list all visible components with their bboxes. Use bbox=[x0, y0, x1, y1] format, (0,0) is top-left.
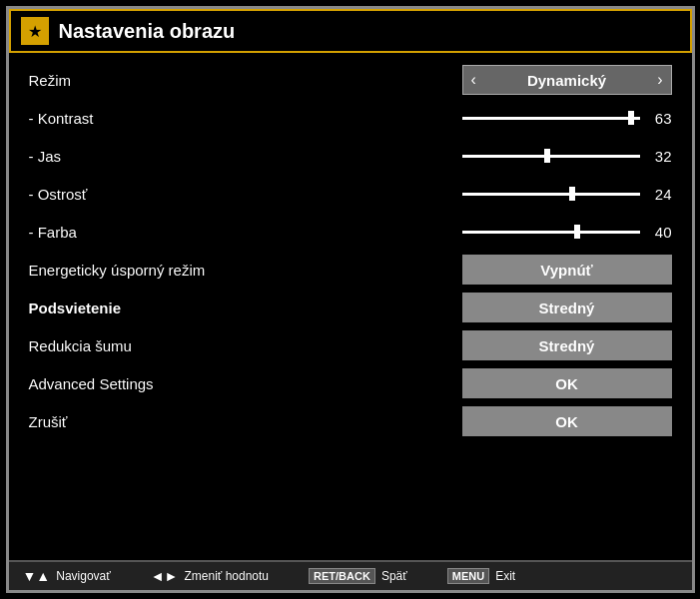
footer-back-label: Späť bbox=[381, 569, 407, 583]
label-advanced: Advanced Settings bbox=[29, 375, 269, 392]
control-farba: 40 bbox=[452, 224, 672, 241]
label-jas: - Jas bbox=[29, 148, 269, 165]
slider-track[interactable] bbox=[462, 193, 640, 196]
footer-back-key: RET/BACK bbox=[309, 568, 375, 584]
slider-farba[interactable]: 40 bbox=[462, 224, 672, 241]
slider-track[interactable] bbox=[462, 155, 640, 158]
label-kontrast: - Kontrast bbox=[29, 110, 269, 127]
title-bar: ★ Nastavenia obrazu bbox=[9, 9, 692, 53]
footer-back-group: RET/BACK Späť bbox=[309, 568, 407, 584]
label-rezim: Režim bbox=[29, 72, 269, 89]
slider-ostrost[interactable]: 24 bbox=[462, 186, 672, 203]
label-ostrost: - Ostrosť bbox=[29, 186, 269, 203]
control-ostrost: 24 bbox=[452, 186, 672, 203]
row-farba: - Farba 40 bbox=[29, 213, 672, 251]
btn-zrusit[interactable]: OK bbox=[462, 406, 672, 436]
btn-podsvietenie[interactable]: Stredný bbox=[462, 293, 672, 322]
btn-advanced[interactable]: OK bbox=[462, 368, 672, 398]
slider-value: 40 bbox=[648, 224, 672, 241]
slider-thumb[interactable] bbox=[544, 149, 550, 163]
slider-value: 24 bbox=[648, 186, 672, 203]
footer-menu-label: Exit bbox=[495, 569, 515, 583]
control-redukcia[interactable]: Stredný bbox=[452, 330, 672, 360]
control-advanced[interactable]: OK bbox=[452, 368, 672, 398]
control-rezim[interactable]: ‹ Dynamický › bbox=[452, 65, 672, 95]
control-kontrast: 63 bbox=[452, 110, 672, 127]
row-kontrast: - Kontrast 63 bbox=[29, 99, 672, 137]
control-energy[interactable]: Vypnúť bbox=[452, 255, 672, 285]
screen: ★ Nastavenia obrazu Režim ‹ Dynamický › … bbox=[6, 6, 695, 593]
label-zrusit: Zrušiť bbox=[29, 413, 269, 430]
row-redukcia: Redukcia šumuStredný bbox=[29, 326, 672, 364]
nav-arrows-icon: ▼▲ bbox=[23, 568, 51, 584]
slider-thumb[interactable] bbox=[574, 225, 580, 239]
mode-value: Dynamický bbox=[527, 72, 606, 89]
footer-nav-label: Navigovať bbox=[56, 569, 111, 583]
settings-content: Režim ‹ Dynamický › - Kontrast 63 - Jas … bbox=[9, 53, 692, 560]
row-rezim: Režim ‹ Dynamický › bbox=[29, 61, 672, 99]
footer-change-group: ◄► Zmeniť hodnotu bbox=[151, 568, 269, 584]
slider-track[interactable] bbox=[462, 231, 640, 234]
footer-menu-key: MENU bbox=[447, 568, 489, 584]
footer-nav-group: ▼▲ Navigovať bbox=[23, 568, 111, 584]
control-jas: 32 bbox=[452, 148, 672, 165]
control-zrusit[interactable]: OK bbox=[452, 406, 672, 436]
row-ostrost: - Ostrosť 24 bbox=[29, 175, 672, 213]
label-farba: - Farba bbox=[29, 224, 269, 241]
btn-energy[interactable]: Vypnúť bbox=[462, 255, 672, 285]
slider-jas[interactable]: 32 bbox=[462, 148, 672, 165]
slider-thumb[interactable] bbox=[569, 187, 575, 201]
title-icon: ★ bbox=[21, 17, 49, 45]
label-podsvietenie: Podsvietenie bbox=[29, 300, 269, 316]
slider-value: 63 bbox=[648, 110, 672, 127]
mode-prev-arrow[interactable]: ‹ bbox=[471, 71, 476, 89]
slider-thumb[interactable] bbox=[628, 111, 634, 125]
mode-next-arrow[interactable]: › bbox=[657, 71, 662, 89]
slider-kontrast[interactable]: 63 bbox=[462, 110, 672, 127]
control-podsvietenie[interactable]: Stredný bbox=[452, 293, 672, 322]
label-redukcia: Redukcia šumu bbox=[29, 337, 269, 354]
change-arrows-icon: ◄► bbox=[151, 568, 179, 584]
row-energy: Energeticky úsporný režimVypnúť bbox=[29, 251, 672, 289]
footer-change-keys: ◄► bbox=[151, 568, 179, 584]
slider-value: 32 bbox=[648, 148, 672, 165]
row-zrusit: ZrušiťOK bbox=[29, 402, 672, 440]
row-advanced: Advanced SettingsOK bbox=[29, 364, 672, 402]
footer: ▼▲ Navigovať ◄► Zmeniť hodnotu RET/BACK … bbox=[9, 560, 692, 590]
mode-selector[interactable]: ‹ Dynamický › bbox=[462, 65, 672, 95]
btn-redukcia[interactable]: Stredný bbox=[462, 330, 672, 360]
row-jas: - Jas 32 bbox=[29, 137, 672, 175]
label-energy: Energeticky úsporný režim bbox=[29, 262, 269, 279]
row-podsvietenie: PodsvietenieStredný bbox=[29, 289, 672, 326]
footer-menu-group: MENU Exit bbox=[447, 568, 515, 584]
footer-change-label: Zmeniť hodnotu bbox=[184, 569, 269, 583]
page-title: Nastavenia obrazu bbox=[59, 20, 236, 43]
footer-nav-keys: ▼▲ bbox=[23, 568, 51, 584]
slider-track[interactable] bbox=[462, 117, 640, 120]
